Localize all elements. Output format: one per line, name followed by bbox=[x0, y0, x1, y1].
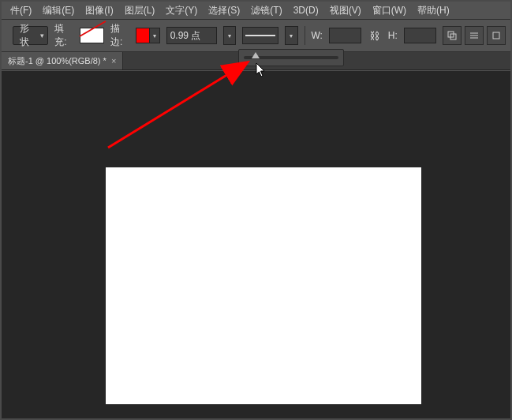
document-tab[interactable]: 标题-1 @ 100%(RGB/8) * × bbox=[2, 52, 123, 69]
stroke-width-slider[interactable] bbox=[238, 49, 344, 66]
link-dimensions-icon[interactable]: ⛓ bbox=[368, 28, 382, 43]
separator bbox=[305, 26, 305, 45]
shape-mode-label: 形状 bbox=[20, 22, 36, 49]
path-align-button[interactable] bbox=[465, 26, 484, 45]
chevron-down-icon: ▾ bbox=[40, 32, 44, 39]
canvas[interactable] bbox=[106, 167, 421, 404]
document-tab-title: 标题-1 @ 100%(RGB/8) * bbox=[8, 55, 107, 67]
menu-edit[interactable]: 编辑(E) bbox=[37, 2, 80, 19]
fill-swatch-none[interactable] bbox=[80, 28, 103, 43]
stroke-style-dropdown-chevron[interactable]: ▾ bbox=[285, 26, 297, 45]
menu-file[interactable]: 件(F) bbox=[5, 2, 37, 19]
stroke-width-input[interactable] bbox=[166, 27, 217, 44]
path-operations-button[interactable] bbox=[443, 26, 462, 45]
width-label: W: bbox=[311, 30, 322, 41]
stroke-color-red bbox=[136, 28, 148, 43]
options-bar: 形状 ▾ 填充: 描边: ▾ ▾ ▾ W: ⛓ H: bbox=[2, 20, 510, 52]
stroke-swatch-red[interactable]: ▾ bbox=[136, 28, 159, 43]
solid-line-icon bbox=[245, 35, 275, 36]
stroke-style-dropdown[interactable] bbox=[242, 27, 278, 44]
path-arrange-button[interactable] bbox=[487, 26, 506, 45]
close-icon[interactable]: × bbox=[111, 56, 116, 66]
menu-view[interactable]: 视图(V) bbox=[324, 2, 367, 19]
menu-image[interactable]: 图像(I) bbox=[80, 2, 118, 19]
menu-select[interactable]: 选择(S) bbox=[203, 2, 245, 19]
width-input[interactable] bbox=[329, 28, 361, 43]
menu-help[interactable]: 帮助(H) bbox=[412, 2, 455, 19]
menu-window[interactable]: 窗口(W) bbox=[367, 2, 412, 19]
height-label: H: bbox=[388, 30, 398, 41]
menu-bar: 件(F) 编辑(E) 图像(I) 图层(L) 文字(Y) 选择(S) 滤镜(T)… bbox=[2, 2, 510, 20]
svg-rect-5 bbox=[493, 32, 499, 39]
menu-filter[interactable]: 滤镜(T) bbox=[245, 2, 287, 19]
slider-track[interactable] bbox=[244, 56, 338, 59]
stroke-width-dropdown[interactable]: ▾ bbox=[223, 26, 236, 45]
workspace bbox=[2, 71, 510, 418]
height-input[interactable] bbox=[404, 28, 436, 43]
align-buttons-group bbox=[443, 26, 506, 45]
chevron-down-icon[interactable]: ▾ bbox=[149, 28, 159, 43]
menu-layer[interactable]: 图层(L) bbox=[119, 2, 161, 19]
stroke-label: 描边: bbox=[110, 22, 129, 49]
fill-label: 填充: bbox=[54, 22, 73, 49]
slider-thumb-icon[interactable] bbox=[252, 52, 260, 58]
menu-3d[interactable]: 3D(D) bbox=[288, 2, 324, 19]
menu-type[interactable]: 文字(Y) bbox=[160, 2, 203, 19]
app-window: 件(F) 编辑(E) 图像(I) 图层(L) 文字(Y) 选择(S) 滤镜(T)… bbox=[0, 0, 512, 420]
shape-mode-dropdown[interactable]: 形状 ▾ bbox=[13, 26, 48, 45]
